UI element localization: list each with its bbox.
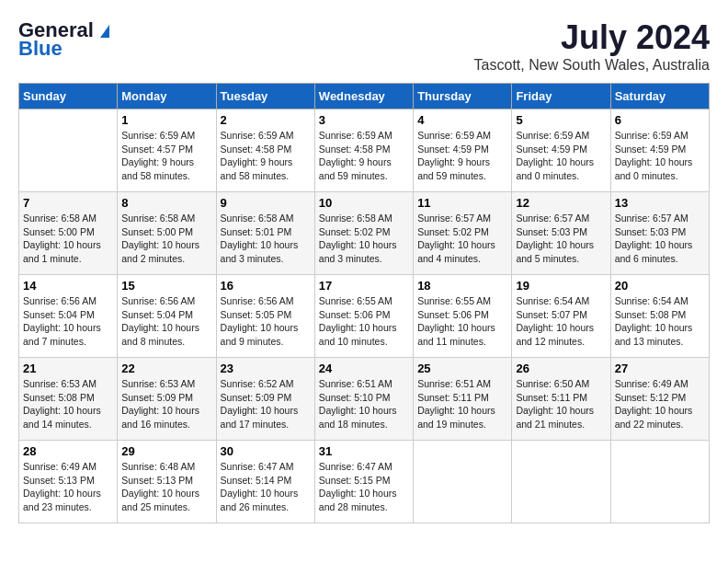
day-number: 28: [23, 444, 113, 458]
day-info: Sunrise: 6:59 AM Sunset: 4:59 PM Dayligh…: [516, 129, 606, 183]
day-number: 17: [319, 279, 409, 293]
day-number: 27: [615, 362, 705, 375]
day-cell: 3Sunrise: 6:59 AM Sunset: 4:58 PM Daylig…: [314, 109, 413, 192]
day-number: 6: [615, 113, 705, 127]
day-cell: 5Sunrise: 6:59 AM Sunset: 4:59 PM Daylig…: [512, 109, 610, 192]
day-number: 3: [319, 113, 409, 127]
day-info: Sunrise: 6:56 AM Sunset: 5:04 PM Dayligh…: [121, 294, 211, 349]
day-info: Sunrise: 6:56 AM Sunset: 5:04 PM Dayligh…: [23, 294, 113, 349]
day-info: Sunrise: 6:51 AM Sunset: 5:10 PM Dayligh…: [319, 377, 409, 431]
day-number: 1: [121, 113, 211, 127]
page-header: General Blue July 2024 Tascott, New Sout…: [18, 18, 710, 74]
day-cell: 26Sunrise: 6:50 AM Sunset: 5:11 PM Dayli…: [512, 358, 610, 441]
day-info: Sunrise: 6:58 AM Sunset: 5:00 PM Dayligh…: [121, 212, 211, 266]
day-info: Sunrise: 6:57 AM Sunset: 5:02 PM Dayligh…: [417, 212, 507, 266]
week-row-4: 21Sunrise: 6:53 AM Sunset: 5:08 PM Dayli…: [19, 358, 710, 441]
day-number: 11: [417, 196, 507, 210]
day-info: Sunrise: 6:48 AM Sunset: 5:13 PM Dayligh…: [121, 460, 211, 514]
header-cell-friday: Friday: [512, 84, 610, 109]
day-cell: 15Sunrise: 6:56 AM Sunset: 5:04 PM Dayli…: [118, 275, 216, 358]
day-cell: 7Sunrise: 6:58 AM Sunset: 5:00 PM Daylig…: [19, 192, 118, 275]
day-cell: 11Sunrise: 6:57 AM Sunset: 5:02 PM Dayli…: [414, 192, 512, 275]
day-info: Sunrise: 6:59 AM Sunset: 4:58 PM Dayligh…: [221, 129, 311, 183]
day-number: 18: [417, 279, 507, 293]
day-info: Sunrise: 6:57 AM Sunset: 5:03 PM Dayligh…: [615, 212, 705, 266]
day-cell: 4Sunrise: 6:59 AM Sunset: 4:59 PM Daylig…: [414, 109, 512, 192]
week-row-3: 14Sunrise: 6:56 AM Sunset: 5:04 PM Dayli…: [19, 275, 710, 358]
day-info: Sunrise: 6:53 AM Sunset: 5:09 PM Dayligh…: [121, 377, 211, 431]
day-info: Sunrise: 6:53 AM Sunset: 5:08 PM Dayligh…: [23, 377, 113, 431]
day-number: 20: [615, 279, 705, 293]
day-info: Sunrise: 6:56 AM Sunset: 5:05 PM Dayligh…: [221, 294, 311, 349]
day-cell: 25Sunrise: 6:51 AM Sunset: 5:11 PM Dayli…: [414, 358, 512, 441]
day-info: Sunrise: 6:59 AM Sunset: 4:59 PM Dayligh…: [615, 129, 705, 183]
day-cell: 23Sunrise: 6:52 AM Sunset: 5:09 PM Dayli…: [216, 358, 314, 441]
day-number: 23: [221, 362, 311, 375]
logo: General Blue: [18, 18, 114, 61]
header-cell-tuesday: Tuesday: [216, 84, 314, 109]
day-cell: 30Sunrise: 6:47 AM Sunset: 5:14 PM Dayli…: [216, 441, 314, 523]
day-number: 2: [221, 113, 311, 127]
day-number: 9: [221, 196, 311, 210]
day-cell: [512, 441, 610, 523]
day-number: 26: [516, 362, 606, 375]
day-info: Sunrise: 6:58 AM Sunset: 5:02 PM Dayligh…: [319, 212, 409, 266]
day-number: 4: [417, 113, 507, 127]
day-cell: [610, 441, 709, 523]
day-cell: 22Sunrise: 6:53 AM Sunset: 5:09 PM Dayli…: [118, 358, 216, 441]
day-info: Sunrise: 6:58 AM Sunset: 5:00 PM Dayligh…: [23, 212, 113, 266]
day-info: Sunrise: 6:55 AM Sunset: 5:06 PM Dayligh…: [319, 294, 409, 349]
day-cell: 1Sunrise: 6:59 AM Sunset: 4:57 PM Daylig…: [118, 109, 216, 192]
day-info: Sunrise: 6:51 AM Sunset: 5:11 PM Dayligh…: [417, 377, 507, 431]
week-row-2: 7Sunrise: 6:58 AM Sunset: 5:00 PM Daylig…: [19, 192, 710, 275]
day-cell: 12Sunrise: 6:57 AM Sunset: 5:03 PM Dayli…: [512, 192, 610, 275]
day-number: 21: [23, 362, 113, 375]
day-number: 5: [516, 113, 606, 127]
header-row: SundayMondayTuesdayWednesdayThursdayFrid…: [19, 84, 710, 109]
day-info: Sunrise: 6:54 AM Sunset: 5:07 PM Dayligh…: [516, 294, 606, 349]
day-number: 19: [516, 279, 606, 293]
day-cell: 10Sunrise: 6:58 AM Sunset: 5:02 PM Dayli…: [314, 192, 413, 275]
title-area: July 2024 Tascott, New South Wales, Aust…: [474, 18, 710, 74]
day-cell: 13Sunrise: 6:57 AM Sunset: 5:03 PM Dayli…: [610, 192, 709, 275]
day-info: Sunrise: 6:59 AM Sunset: 4:57 PM Dayligh…: [121, 129, 211, 183]
header-cell-thursday: Thursday: [414, 84, 512, 109]
day-info: Sunrise: 6:49 AM Sunset: 5:12 PM Dayligh…: [615, 377, 705, 431]
day-number: 15: [121, 279, 211, 293]
day-cell: 31Sunrise: 6:47 AM Sunset: 5:15 PM Dayli…: [314, 441, 413, 523]
day-number: 24: [319, 362, 409, 375]
day-cell: 6Sunrise: 6:59 AM Sunset: 4:59 PM Daylig…: [610, 109, 709, 192]
day-number: 13: [615, 196, 705, 210]
logo-blue-text: Blue: [18, 37, 63, 61]
day-info: Sunrise: 6:54 AM Sunset: 5:08 PM Dayligh…: [615, 294, 705, 349]
day-number: 22: [121, 362, 211, 375]
day-info: Sunrise: 6:58 AM Sunset: 5:01 PM Dayligh…: [221, 212, 311, 266]
day-cell: 8Sunrise: 6:58 AM Sunset: 5:00 PM Daylig…: [118, 192, 216, 275]
day-cell: 17Sunrise: 6:55 AM Sunset: 5:06 PM Dayli…: [314, 275, 413, 358]
day-cell: 19Sunrise: 6:54 AM Sunset: 5:07 PM Dayli…: [512, 275, 610, 358]
calendar-header: SundayMondayTuesdayWednesdayThursdayFrid…: [19, 84, 710, 109]
day-info: Sunrise: 6:50 AM Sunset: 5:11 PM Dayligh…: [516, 377, 606, 431]
day-info: Sunrise: 6:57 AM Sunset: 5:03 PM Dayligh…: [516, 212, 606, 266]
day-cell: [414, 441, 512, 523]
day-number: 31: [319, 444, 409, 458]
logo-icon: [96, 21, 114, 40]
day-number: 12: [516, 196, 606, 210]
week-row-1: 1Sunrise: 6:59 AM Sunset: 4:57 PM Daylig…: [19, 109, 710, 192]
day-info: Sunrise: 6:52 AM Sunset: 5:09 PM Dayligh…: [221, 377, 311, 431]
svg-marker-0: [100, 25, 109, 38]
day-info: Sunrise: 6:59 AM Sunset: 4:59 PM Dayligh…: [417, 129, 507, 183]
day-cell: 2Sunrise: 6:59 AM Sunset: 4:58 PM Daylig…: [216, 109, 314, 192]
day-info: Sunrise: 6:55 AM Sunset: 5:06 PM Dayligh…: [417, 294, 507, 349]
day-cell: 27Sunrise: 6:49 AM Sunset: 5:12 PM Dayli…: [610, 358, 709, 441]
header-cell-saturday: Saturday: [610, 84, 709, 109]
day-info: Sunrise: 6:59 AM Sunset: 4:58 PM Dayligh…: [319, 129, 409, 183]
location-title: Tascott, New South Wales, Australia: [474, 57, 710, 74]
day-cell: 20Sunrise: 6:54 AM Sunset: 5:08 PM Dayli…: [610, 275, 709, 358]
day-cell: 24Sunrise: 6:51 AM Sunset: 5:10 PM Dayli…: [314, 358, 413, 441]
day-number: 30: [221, 444, 311, 458]
day-number: 10: [319, 196, 409, 210]
header-cell-sunday: Sunday: [19, 84, 118, 109]
week-row-5: 28Sunrise: 6:49 AM Sunset: 5:13 PM Dayli…: [19, 441, 710, 523]
day-cell: 16Sunrise: 6:56 AM Sunset: 5:05 PM Dayli…: [216, 275, 314, 358]
